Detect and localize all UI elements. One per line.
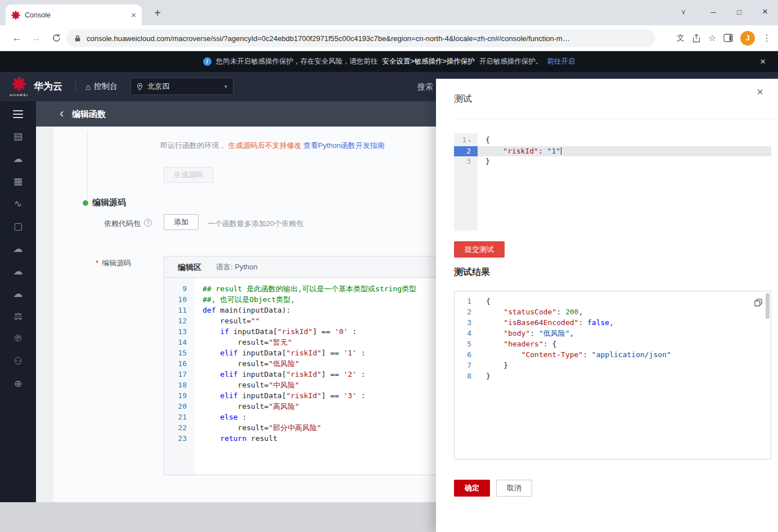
location-pin-icon <box>137 83 143 91</box>
huawei-favicon-icon <box>11 11 20 20</box>
test-input-editor[interactable]: 1▾{2 "riskId": "1"3} <box>454 133 771 231</box>
share-icon[interactable] <box>692 34 701 43</box>
step-connector-line <box>87 131 88 200</box>
avatar[interactable]: J <box>740 31 755 46</box>
browser-tab[interactable]: Console × <box>6 4 142 25</box>
editor-tab-label[interactable]: 编辑区 <box>178 256 201 278</box>
home-icon: ⌂ <box>86 82 91 92</box>
service-sidebar: ▤☁▦∿▢☁☁☁⚖℗⚇⊕ <box>0 101 36 502</box>
result-scrollbar[interactable] <box>766 293 770 319</box>
sidebar-icon-cloud-backup[interactable]: ☁ <box>0 260 36 282</box>
panel-divider <box>454 119 775 119</box>
env-hint: 即运行函数的环境， 生成源码后不支持修改 查看Python函数开发指南 <box>160 141 385 151</box>
new-tab-button[interactable]: + <box>150 5 165 21</box>
window-minimize-button[interactable]: ─ <box>700 8 726 16</box>
cancel-button[interactable]: 取消 <box>496 480 532 497</box>
submit-test-button[interactable]: 提交测试 <box>454 241 505 258</box>
sidebar-icon-cloud-storage[interactable]: ☁ <box>0 237 36 260</box>
brand-name[interactable]: 华为云 <box>34 72 62 101</box>
generate-source-button[interactable]: 生成源码 <box>164 167 213 183</box>
sidebar-icon-workflow[interactable]: ∿ <box>0 192 36 215</box>
code-line: 3} <box>454 156 771 166</box>
test-panel: × 测试 1▾{2 "riskId": "1"3} 提交测试 测试结果 1{2 … <box>436 79 778 532</box>
section-bullet <box>83 200 88 206</box>
sidebar-icon-server[interactable]: ▦ <box>0 170 36 192</box>
tab-list-chevron-icon[interactable]: ∨ <box>672 8 695 16</box>
banner-close-icon[interactable]: × <box>760 51 766 72</box>
code-line: 4 "body": "低风险", <box>455 328 771 339</box>
side-panel-icon[interactable] <box>723 34 733 42</box>
region-name: 北京四 <box>147 82 220 92</box>
window-controls: ∨ ─ □ × <box>672 0 778 24</box>
page-title: 编辑函数 <box>72 101 106 127</box>
url-bar[interactable]: console.huaweicloud.com/macroverse/ssi/?… <box>66 29 655 47</box>
window-maximize-button[interactable]: □ <box>726 8 752 16</box>
env-warning-text: 生成源码后不支持修改 <box>228 141 302 150</box>
tab-title: Console <box>25 11 127 19</box>
code-line: 2 "statusCode": 200, <box>455 306 771 317</box>
toolbar-actions: 文 ☆ J ⋮ <box>677 25 771 51</box>
translate-icon[interactable]: 文 <box>677 33 685 43</box>
forward-button[interactable]: → <box>27 25 45 51</box>
sidebar-icon-ip[interactable]: ℗ <box>0 327 36 350</box>
lock-icon <box>74 35 81 42</box>
env-hint-text: 即运行函数的环境， <box>160 141 226 150</box>
banner-open-link[interactable]: 前往开启 <box>547 57 575 66</box>
sidebar-icon-balance[interactable]: ⚖ <box>0 305 36 327</box>
huawei-logo-icon <box>12 76 26 91</box>
banner-suffix: 开启敏感操作保护。 <box>479 57 543 66</box>
region-selector[interactable]: 北京四 ▾ <box>131 78 233 95</box>
code-line: 5 "headers": { <box>455 339 771 349</box>
copy-icon[interactable] <box>754 298 763 307</box>
section-title: 编辑源码 <box>92 197 126 208</box>
sidebar-icon-cloud-sync[interactable]: ☁ <box>0 282 36 305</box>
add-dependency-button[interactable]: 添加 <box>164 214 199 230</box>
refresh-button[interactable] <box>47 25 65 51</box>
search-label[interactable]: 搜索 <box>417 72 433 101</box>
python-guide-link[interactable]: 查看Python函数开发指南 <box>303 141 384 150</box>
required-asterisk: * <box>96 259 98 267</box>
code-line: 1▾{ <box>454 135 771 146</box>
fold-chevron-icon[interactable]: ▾ <box>468 138 471 143</box>
refresh-icon <box>52 33 61 43</box>
info-icon: i <box>203 57 212 66</box>
panel-close-icon[interactable]: × <box>757 85 763 98</box>
sidebar-icon-users[interactable]: ⚇ <box>0 350 36 372</box>
security-banner: i 您尚未开启敏感操作保护，存在安全风险，请您前往 安全设置>敏感操作>操作保护… <box>0 51 778 72</box>
bookmark-star-icon[interactable]: ☆ <box>708 33 716 43</box>
sidebar-icon-list: ▤☁▦∿▢☁☁☁⚖℗⚇⊕ <box>0 125 36 395</box>
sidebar-icon-compute[interactable]: ▤ <box>0 125 36 147</box>
huawei-logo[interactable]: HUAWEI <box>9 76 29 97</box>
sidebar-icon-cloud[interactable]: ☁ <box>0 147 36 170</box>
code-line: 1{ <box>455 296 771 306</box>
code-line: 6 "Content-Type": "application/json" <box>455 349 771 360</box>
code-line: 2 "riskId": "1" <box>454 146 771 156</box>
huawei-logo-text: HUAWEI <box>9 93 29 97</box>
help-icon[interactable]: ? <box>144 219 152 227</box>
editor-language-label: 语言: Python <box>216 256 258 278</box>
console-label: 控制台 <box>94 82 118 92</box>
page-back-button[interactable]: ‹ <box>60 101 64 125</box>
sidebar-icon-globe[interactable]: ⊕ <box>0 372 36 395</box>
dependency-hint: 一个函数最多添加20个依赖包 <box>208 219 303 229</box>
browser-tab-strip: Console × + ∨ ─ □ × <box>0 0 778 25</box>
url-text: console.huaweicloud.com/macroverse/ssi/?… <box>87 34 570 43</box>
sidebar-icon-document[interactable]: ▢ <box>0 215 36 237</box>
window-close-button[interactable]: × <box>752 6 778 17</box>
banner-text: 您尚未开启敏感操作保护，存在安全风险，请您前往 <box>216 57 378 66</box>
code-line: 3 "isBase64Encoded": false, <box>455 317 771 328</box>
browser-window: Console × + ∨ ─ □ × ← → console.huaweicl… <box>0 0 778 532</box>
result-code: 1{2 "statusCode": 200,3 "isBase64Encoded… <box>455 296 771 381</box>
console-home-link[interactable]: ⌂ 控制台 <box>86 72 118 101</box>
browser-menu-icon[interactable]: ⋮ <box>762 33 771 43</box>
banner-settings-path[interactable]: 安全设置>敏感操作>操作保护 <box>382 57 475 66</box>
code-line: 8} <box>455 371 771 381</box>
test-result-title: 测试结果 <box>454 267 490 278</box>
test-panel-title: 测试 <box>454 93 472 105</box>
test-result-viewer[interactable]: 1{2 "statusCode": 200,3 "isBase64Encoded… <box>454 291 771 459</box>
confirm-button[interactable]: 确定 <box>454 480 490 497</box>
code-line: 7 } <box>455 360 771 371</box>
tab-close-icon[interactable]: × <box>131 10 136 20</box>
menu-hamburger-icon[interactable] <box>13 110 23 118</box>
back-button[interactable]: ← <box>8 25 26 51</box>
